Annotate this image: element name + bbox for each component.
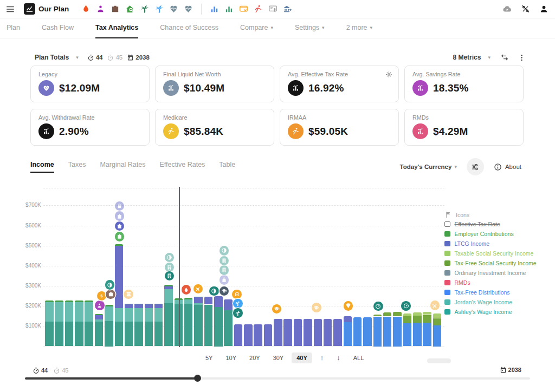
toolbar-chart-icon[interactable] [224,4,234,14]
marker-lock-icon[interactable] [115,201,125,211]
bar-segment[interactable] [344,316,352,322]
range-button-30y[interactable]: 30Y [268,352,289,363]
bar-segment[interactable] [75,302,83,322]
bar-segment[interactable] [105,306,113,321]
bar-segment[interactable] [204,297,213,304]
legend-item-jordan-s-wage-income[interactable]: Jordan's Wage Income [444,299,512,305]
bar-segment[interactable] [254,324,262,347]
marker-pie-icon[interactable] [105,280,115,290]
bar-segment[interactable] [333,319,342,346]
bar-segment[interactable] [115,322,124,346]
bar-segment[interactable] [194,297,203,297]
marker-bag-icon[interactable] [220,275,229,285]
bar-segment[interactable] [115,308,124,322]
nav-tab-plan[interactable]: Plan [7,18,20,38]
bar-segment[interactable] [154,304,163,304]
bar-segment[interactable] [383,312,392,316]
kebab-menu-icon[interactable] [518,54,526,62]
marker-building-icon[interactable] [165,263,175,272]
chart-scroll-indicator[interactable] [427,358,451,363]
bar-segment[interactable] [75,322,83,346]
bar-segment[interactable] [403,323,412,347]
bar-segment[interactable] [105,321,113,347]
bar-segment[interactable] [224,310,233,346]
bar-segment[interactable] [85,300,93,302]
marker-pie-icon[interactable] [209,286,219,296]
nav-tab-chance-of-success[interactable]: Chance of Success [160,18,218,38]
bar-segment[interactable] [393,312,402,316]
percent-off-icon[interactable] [521,4,530,14]
marker-plane-icon[interactable] [193,284,203,294]
bar-segment[interactable] [95,314,104,315]
toolbar-card-x-icon[interactable] [239,4,248,14]
marker-gauge-icon[interactable] [373,302,383,311]
marker-gem-icon[interactable] [344,301,353,311]
bar-segment[interactable] [115,246,124,308]
chart-tab-table[interactable]: Table [219,161,235,173]
bar-segment[interactable] [294,319,302,347]
scope-selector[interactable]: Plan Totals [35,54,69,61]
legend-item-tax-free-distributions[interactable]: Tax-Free Distributions [444,289,510,296]
bar-segment[interactable] [363,317,372,347]
bar-segment[interactable] [304,319,312,347]
toolbar-palm-icon[interactable] [154,4,164,14]
chart-tab-effective-rates[interactable]: Effective Rates [160,161,205,173]
bar-segment[interactable] [145,304,153,304]
bar-segment[interactable] [204,305,213,347]
legend-item-taxable-social-security-income[interactable]: Taxable Social Security Income [444,250,533,257]
nav-tab-cash-flow[interactable]: Cash Flow [42,18,74,38]
toolbar-bank-plus-icon[interactable] [283,4,292,14]
bar-segment[interactable] [134,304,143,308]
bar-segment[interactable] [154,304,163,308]
legend-item-effective-tax-rate[interactable]: Effective Tax Rate [444,221,500,227]
legend-item-icons[interactable]: Icons [444,211,469,218]
chevron-down-icon[interactable]: ▾ [488,55,491,60]
legend-item-ordinary-investment-income[interactable]: Ordinary Investment Income [444,270,526,276]
toolbar-person-icon[interactable] [96,4,105,14]
bar-segment[interactable] [145,322,153,346]
legend-item-employer-contributions[interactable]: Employer Contributions [444,231,514,237]
legend-item-ashley-s-wage-income[interactable]: Ashley's Wage Income [444,309,512,315]
bar-segment[interactable] [194,303,203,305]
bar-segment[interactable] [85,302,93,322]
marker-flame-icon[interactable] [182,285,191,295]
bar-segment[interactable] [125,308,133,322]
timeline-slider-thumb[interactable] [194,375,201,382]
range-button-10y[interactable]: 10Y [221,352,241,363]
chevron-down-icon[interactable]: ▾ [76,55,79,60]
bar-segment[interactable] [154,308,163,322]
toolbar-heart-pulse-icon[interactable] [184,4,193,14]
bar-segment[interactable] [164,286,173,289]
marker-house-search-icon[interactable] [115,232,125,241]
nav-tab-settings[interactable]: Settings▾ [295,18,325,38]
bar-segment[interactable] [383,317,392,347]
bar-segment[interactable] [95,319,104,322]
bar-segment[interactable] [55,322,63,346]
bar-segment[interactable] [85,322,93,346]
scroll-up-button[interactable]: ↑ [315,351,329,364]
bar-segment[interactable] [413,316,422,323]
bar-segment[interactable] [214,296,223,307]
metrics-count-selector[interactable]: 8 Metrics [453,54,481,61]
cloud-check-icon[interactable] [502,4,512,14]
bar-segment[interactable] [413,323,422,347]
marker-pie-icon[interactable] [165,253,175,263]
bar-segment[interactable] [45,322,54,346]
bar-segment[interactable] [45,300,54,302]
bar-segment[interactable] [234,324,243,347]
marker-building-icon[interactable] [220,265,229,275]
bar-segment[interactable] [134,308,143,322]
marker-grad-icon[interactable] [220,286,229,296]
bar-segment[interactable] [75,300,83,302]
toolbar-heart-pulse-icon[interactable] [169,4,178,14]
bar-segment[interactable] [164,289,173,303]
bar-segment[interactable] [314,319,322,347]
toolbar-chart-icon[interactable] [210,4,219,14]
bar-segment[interactable] [95,315,104,319]
legend-item-tax-free-social-security-income[interactable]: Tax-Free Social Security Income [444,260,537,266]
legend-item-ltcg-income[interactable]: LTCG Income [444,240,489,247]
bar-segment[interactable] [373,315,382,317]
bar-segment[interactable] [145,304,153,308]
nav-tab-compare[interactable]: Compare▾ [240,18,273,38]
toolbar-briefcase-icon[interactable] [111,4,120,14]
